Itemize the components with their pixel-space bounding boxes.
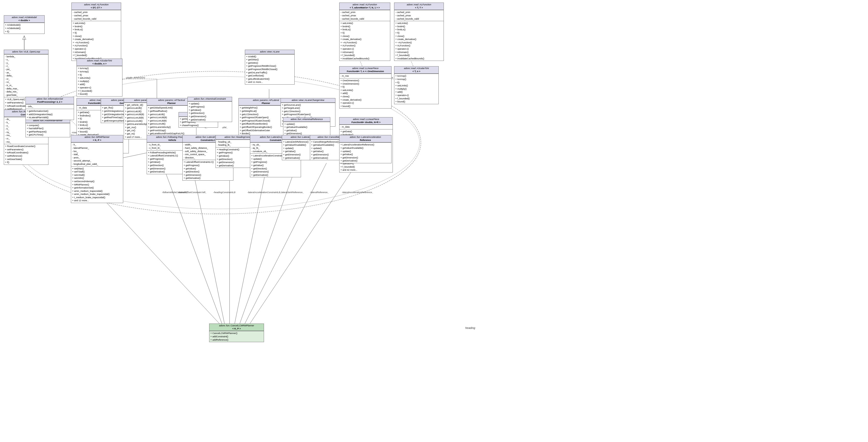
- mrm-m3: setAStall(): [72, 173, 122, 177]
- mrm-f5: amin_: [72, 156, 122, 160]
- llpf-od-m6: clone(): [341, 95, 390, 98]
- ascalartol-d-m4: setLimits(): [78, 76, 121, 80]
- alftt-m11: f_bounded(): [395, 54, 442, 57]
- alfmat-m3: limitLo(): [341, 28, 389, 31]
- alftt-m4: f(): [395, 31, 442, 35]
- llpf-od-m2: OneDimension(): [341, 82, 390, 86]
- anominalplanner-box: adore::fun::ANominalPlanner compute() ha…: [26, 118, 70, 137]
- lar-class: Reference: [341, 139, 390, 142]
- anc-m1: update(): [189, 102, 231, 105]
- mrm-m9: amin_medium_brake_trapezoidal(): [72, 193, 122, 196]
- svg-line-17: [240, 163, 297, 324]
- asctn-m8: f_bounded(): [395, 97, 437, 100]
- vlb-f12: delta_min_: [5, 90, 47, 94]
- mrm-m10: t_medium_brake_trapezoidal(): [72, 196, 122, 199]
- mrm-m6: MRMPlanner(): [72, 183, 122, 186]
- lar-m4: getValue(): [341, 153, 390, 156]
- alfunction-m4: f(): [73, 31, 120, 35]
- llpf-onedim-box: adore::mad::LLinearPiece FunctionM< T, n…: [339, 66, 392, 108]
- mrm-f1: h_: [72, 143, 122, 146]
- lat-accel-constraint-label: -lateralAccelerationConstraintLB_: [247, 191, 282, 194]
- alfmat-m12: invalidateCachedBounds(): [341, 57, 389, 60]
- alane-m5: getProgressOfWidthClosed(): [246, 68, 293, 71]
- alftt-m12: invalidateCachedBounds(): [395, 57, 442, 60]
- clcmrm-m2: addConstraint(): [211, 335, 263, 338]
- vlb-f9: cz_: [5, 80, 47, 84]
- asctn-m3: f(): [395, 81, 437, 84]
- alftt-params: < T, T >: [395, 6, 442, 9]
- alftt-f2: cached_ymax: [395, 14, 442, 17]
- lat-accel-ref-label: -lateralAccelerationReference_: [342, 191, 373, 194]
- informationset-box: adore::fun::InformationSet PostProcessin…: [26, 97, 74, 120]
- ascalartol-d-m6: add(): [78, 83, 121, 86]
- ascalartol-d-m7: operator=(): [78, 86, 121, 90]
- llpf-od-m5: add(): [341, 92, 390, 95]
- anp-m4: getCPUTime(): [27, 133, 69, 137]
- aodemodel-m2: AOdeModel(): [5, 27, 43, 30]
- lac-m6: getDimension(): [251, 170, 300, 173]
- ascalartol-d-m9: bound(): [78, 93, 121, 96]
- mrm-m8: amin_medium_trapezoidal(): [72, 190, 122, 193]
- aodemodel-params: < double >: [5, 19, 43, 22]
- ascalartol-double-box: adore::mad::AScalarToN < double, n > toA…: [76, 59, 122, 97]
- alftt-m1: setLimits(): [395, 22, 442, 25]
- lac-m5: getDirection(): [251, 167, 300, 170]
- alfunction-m6: create_derivative(): [73, 38, 120, 41]
- ascalartol-tn-params: < T, n >: [395, 70, 437, 73]
- rc-m4: setReference(): [5, 155, 47, 158]
- llpf-r-m12: f_bounded(): [341, 165, 392, 169]
- mrm-m1: set(Max(): [72, 167, 122, 170]
- ascalartol-tn-box: adore::mad::AScalarToN < T, n > toArray(…: [394, 66, 439, 104]
- asctn-m1: toArray(): [395, 74, 437, 78]
- aodemodel-m3: f(): [5, 30, 43, 33]
- lar-m5: getDimension(): [341, 156, 390, 160]
- ascalartol-d-m3: f(): [78, 73, 121, 77]
- anp-m1: compute(): [27, 124, 69, 127]
- mrm-f7: longitudinal_plan_valid_: [72, 163, 122, 166]
- mrm-m4: setAMin(): [72, 176, 122, 180]
- alane-m6: getOnLaneTraffic(): [246, 71, 293, 74]
- alftt-m9: operator=(): [395, 47, 442, 51]
- llpf-od-f1: m_row: [341, 74, 390, 78]
- vlb-f1: lambda_: [5, 55, 47, 58]
- vlb-f11: delta_max_: [5, 87, 47, 91]
- alfmat-stereo: adore::mad::ALFunction: [341, 3, 389, 6]
- rc-f7: cr_: [5, 137, 47, 140]
- vlb-f7: delta_: [5, 74, 47, 77]
- mrm-m7: getInformationSet(): [72, 186, 122, 190]
- alftt-m6: create_derivative(): [395, 38, 442, 41]
- vlb-f2: x_: [5, 58, 47, 61]
- mrm-stereo: adore::fun::MRMPlanner: [72, 136, 122, 139]
- lat-ref-label: -lateralReference_: [310, 191, 329, 194]
- infset-m3: isLateralPlanValid(): [27, 116, 73, 119]
- asctn-m2: toArray(): [395, 78, 437, 81]
- anc-m2: getProgress(): [189, 105, 231, 108]
- alfmat-f1: cached_ymin: [341, 11, 389, 14]
- alfunction-tt-box: adore::mad::ALFunction < T, T > cached_y…: [394, 3, 444, 61]
- alfunction-m8: ALFunction(): [73, 44, 120, 47]
- alfunction-m5: clone(): [73, 35, 120, 38]
- infset-m1: getInformationSet(): [27, 109, 73, 113]
- alftt-m10: inDomain(): [395, 51, 442, 54]
- lar-m2: getValueIfAvailable(): [341, 146, 390, 150]
- mrm-params: < K, P >: [72, 139, 122, 142]
- rc-m1: RoadCoordinateConverter(): [5, 145, 47, 148]
- alfunction-m11: f_bounded(): [73, 54, 120, 57]
- llpf-l-m6: setLimits(): [78, 127, 127, 130]
- alfmat-m5: clone(): [341, 35, 389, 38]
- anominalref-stereo: adore::fun::ANominalReference: [284, 118, 329, 121]
- anp-m3: getPlanRequest(): [27, 130, 69, 134]
- alfmat-m2: limitHi(): [341, 25, 389, 28]
- alane-m9: and 11 more...: [246, 80, 293, 84]
- alane-m1: isValid(): [246, 55, 293, 58]
- clcmrm-m3: addReference(): [211, 338, 263, 342]
- alfunction-f2: cached_ymax: [73, 14, 120, 17]
- alfunction-m1: setLimits(): [73, 22, 120, 25]
- anc-m4: getDirection(): [189, 111, 231, 115]
- llpf-od-m8: operator=(): [341, 101, 390, 105]
- infset-params: PostProcessing< 4, 2 >: [27, 101, 73, 104]
- alfunction-m3: limitLo(): [73, 28, 120, 31]
- alftt-f3: cached_bounds_valid: [395, 17, 442, 21]
- llpf-onedim-params: FunctionM< T, n >::OneDimension: [341, 70, 390, 73]
- svg-line-28: [97, 192, 219, 324]
